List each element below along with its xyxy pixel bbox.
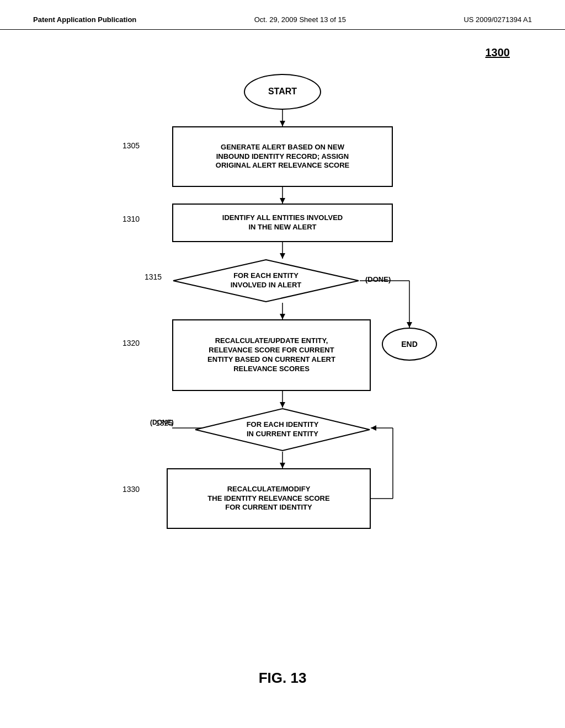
diagram-number: 1300 — [486, 46, 510, 59]
header: Patent Application Publication Oct. 29, … — [0, 0, 565, 30]
label-1320: 1320 — [122, 339, 140, 347]
label-1305: 1305 — [122, 141, 140, 150]
node-1325-text: FOR EACH IDENTITY IN CURRENT ENTITY — [247, 420, 319, 439]
page: Patent Application Publication Oct. 29, … — [0, 0, 565, 728]
node-1305: GENERATE ALERT BASED ON NEW INBOUND IDEN… — [172, 126, 393, 187]
svg-marker-15 — [371, 425, 376, 431]
node-1310: IDENTIFY ALL ENTITIES INVOLVED IN THE NE… — [172, 204, 393, 242]
header-right: US 2009/0271394 A1 — [463, 15, 532, 24]
node-1320: RECALCULATE/UPDATE ENTITY, RELEVANCE SCO… — [172, 319, 371, 391]
svg-marker-1 — [280, 121, 285, 126]
svg-marker-18 — [407, 322, 412, 328]
svg-marker-5 — [280, 253, 285, 259]
svg-marker-11 — [280, 463, 285, 468]
start-node: START — [244, 74, 321, 110]
node-1325: FOR EACH IDENTITY IN CURRENT ENTITY — [194, 408, 371, 452]
node-1330: RECALCULATE/MODIFY THE IDENTITY RELEVANC… — [167, 468, 371, 529]
svg-marker-7 — [280, 314, 285, 319]
done-label-2: (DONE) — [150, 419, 174, 426]
label-1330: 1330 — [122, 485, 140, 494]
header-left: Patent Application Publication — [33, 15, 136, 24]
main-content: 1300 — [0, 30, 565, 703]
svg-marker-3 — [280, 198, 285, 204]
label-1310: 1310 — [122, 215, 140, 223]
svg-marker-9 — [280, 402, 285, 408]
label-1315: 1315 — [145, 272, 162, 281]
node-1315: FOR EACH ENTITY INVOLVED IN ALERT — [172, 259, 360, 303]
header-center: Oct. 29, 2009 Sheet 13 of 15 — [254, 15, 346, 24]
figure-caption: FIG. 13 — [33, 659, 532, 687]
node-1315-text: FOR EACH ENTITY INVOLVED IN ALERT — [231, 271, 302, 290]
flowchart: START 1305 GENERATE ALERT BASED ON NEW I… — [95, 57, 470, 636]
end-node: END — [382, 328, 437, 361]
done-label-1: (DONE) — [365, 275, 391, 283]
